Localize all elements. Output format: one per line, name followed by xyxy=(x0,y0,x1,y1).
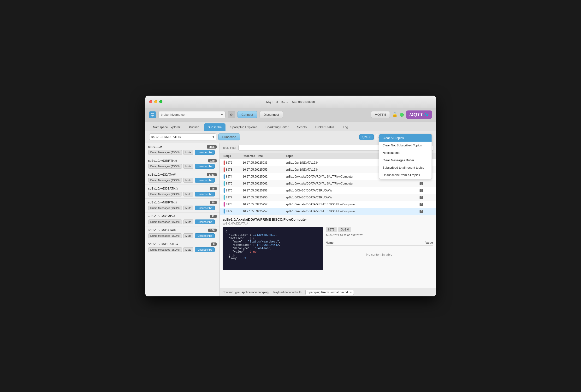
subscribe-settings-button[interactable]: ⚙ ▾ Clear All Topics Clear Not Subscribe… xyxy=(425,134,432,140)
dropdown-item-clear-messages[interactable]: Clear Messages Buffer xyxy=(379,157,432,164)
table-row[interactable]: 8978 16:27:05.59225257 spBv1.0/Axxela/DD… xyxy=(220,201,436,208)
close-button[interactable] xyxy=(149,100,152,103)
tab-scripts[interactable]: Scripts xyxy=(294,123,311,131)
no-content-message: No content in table xyxy=(326,253,433,256)
chevron-down-icon: ▾ xyxy=(221,113,223,116)
tab-log[interactable]: Log xyxy=(339,123,352,131)
topic-name-1: spBv1.0/+/DBIRTH/# xyxy=(148,159,177,163)
settings-button[interactable]: ⚙ xyxy=(228,111,235,118)
unsubscribe-button-6[interactable]: Unsubscribe xyxy=(195,233,215,238)
mute-button-3[interactable]: Mute xyxy=(183,192,193,196)
topic-input-wrapper: spBv1.0/+/NDEATH/# ▾ xyxy=(149,134,216,140)
header-seq: Seq # xyxy=(222,153,242,159)
cell-seq: 8973 xyxy=(222,166,242,173)
mqtt-version-badge: MQTT 5 xyxy=(371,111,390,118)
cell-topic: spBv1.0/Axxela/DDATA/PRIME BISCO/FlowCom… xyxy=(285,201,418,207)
cell-time: 16:27:05.59225055 xyxy=(242,167,285,173)
dropdown-menu: Clear All Topics Clear Not Subscribed To… xyxy=(379,134,432,179)
unsubscribe-button-7[interactable]: Unsubscribe xyxy=(195,247,215,252)
cell-topic: spBv1.0/Axxela/DDATA/ROYAL SALT/FlowComp… xyxy=(285,181,418,187)
tab-subscribe[interactable]: Subscribe xyxy=(204,123,226,131)
dump-button-0[interactable]: Dump Messages (JSON) xyxy=(148,150,182,155)
subscribe-button[interactable]: Subscribe xyxy=(218,134,240,140)
dump-button-3[interactable]: Dump Messages (JSON) xyxy=(148,192,182,196)
tab-publish[interactable]: Publish xyxy=(185,123,203,131)
dropdown-item-subscribed-recent[interactable]: Subscribed to all recent topics xyxy=(379,164,432,171)
nav-tabs: Namspace Explorer Publish Subscribe Spar… xyxy=(145,122,436,131)
cell-seq: 8974 xyxy=(222,173,242,180)
detail-subtopic: spBv1.0/+/DDATA/# xyxy=(222,222,433,225)
unsubscribe-button-3[interactable]: Unsubscribe xyxy=(195,192,215,196)
mute-button-6[interactable]: Mute xyxy=(183,233,193,238)
qos0-button[interactable]: QoS 0 xyxy=(359,134,374,140)
tab-namespace-explorer[interactable]: Namspace Explorer xyxy=(149,123,184,131)
mute-button-1[interactable]: Mute xyxy=(183,164,193,169)
table-row[interactable]: 8979 16:27:05.59225257 spBv1.0/Axxela/DD… xyxy=(220,208,436,215)
dump-button-1[interactable]: Dump Messages (JSON) xyxy=(148,164,182,169)
cell-seq: 8977 xyxy=(222,194,242,201)
table-row[interactable]: 8976 16:27:05.59225253 spBv1.0/ONGC/DDAT… xyxy=(220,187,436,194)
mqtt-logo: MQTT .fx xyxy=(406,110,432,119)
topic-name-6: spBv1.0/+/NDATA/# xyxy=(148,228,176,232)
unsubscribe-button-2[interactable]: Unsubscribe xyxy=(195,178,215,183)
cell-seq: 8972 xyxy=(222,159,242,166)
mute-button-7[interactable]: Mute xyxy=(183,247,193,252)
qos-badge: QoS 0 xyxy=(338,227,351,232)
mute-button-4[interactable]: Mute xyxy=(183,205,193,210)
qos-group: QoS 0 QoS 1 QoS 2 Autoscroll ⚙ ▾ Clear A… xyxy=(359,134,432,140)
cell-qos: 0 xyxy=(418,201,433,207)
payload-label: Payload decoded with xyxy=(273,291,301,294)
detail-meta: 8979 QoS 0 24-04-2024 16:27:05.59225257 … xyxy=(326,227,433,270)
cell-topic: spBv1.0/Axxela/DDATA/PRIME BISCO/FlowCom… xyxy=(285,208,418,214)
chevron-down-icon: ▾ xyxy=(350,291,352,294)
detail-panel: spBv1.0/Axxela/DDATA/PRIME BISCO/FlowCom… xyxy=(220,215,436,288)
broker-icon xyxy=(149,111,156,118)
cell-qos: 0 xyxy=(418,188,433,193)
table-row[interactable]: 8975 16:27:05.59225062 spBv1.0/Axxela/DD… xyxy=(220,180,436,187)
disconnect-button[interactable]: Disconnect xyxy=(260,111,283,118)
dump-button-7[interactable]: Dump Messages (JSON) xyxy=(148,247,182,252)
unsubscribe-button-0[interactable]: Unsubscribe xyxy=(195,150,215,155)
dump-button-6[interactable]: Dump Messages (JSON) xyxy=(148,233,182,238)
dropdown-item-unsubscribe-all[interactable]: Unsubscribe from all topics xyxy=(379,171,432,179)
tab-sparkplug-explorer[interactable]: Sparkplug Explorer xyxy=(226,123,261,131)
dropdown-item-clear-not-subscribed[interactable]: Clear Not Subscribed Topics xyxy=(379,142,432,149)
connect-button[interactable]: Connect xyxy=(238,111,257,118)
lock-icon: 🔓 xyxy=(392,112,398,117)
chevron-down-icon: ▾ xyxy=(212,135,214,139)
minimize-button[interactable] xyxy=(154,100,157,103)
json-viewer: { "timestamp" : 1713968824512, "metrics"… xyxy=(222,227,323,270)
bottom-bar: Content Type application/sparkplug Paylo… xyxy=(220,288,436,296)
sidebar: spBv1.0/# 2895 Dump Messages (JSON) Mute… xyxy=(145,143,220,296)
dump-button-5[interactable]: Dump Messages (JSON) xyxy=(148,219,182,224)
unsubscribe-button-5[interactable]: Unsubscribe xyxy=(195,219,215,224)
dump-button-2[interactable]: Dump Messages (JSON) xyxy=(148,178,182,183)
tab-broker-status[interactable]: Broker Status xyxy=(312,123,338,131)
dropdown-item-clear-all[interactable]: Clear All Topics xyxy=(379,134,432,142)
mute-button-5[interactable]: Mute xyxy=(183,219,193,224)
window-title: MQTT.fx – 5.7.0 – Standard Edition xyxy=(266,100,315,104)
unsubscribe-button-1[interactable]: Unsubscribe xyxy=(195,164,215,169)
topic-filter-label: Topic Filter xyxy=(222,146,236,150)
sidebar-topic-1: spBv1.0/+/DBIRTH/# 140 Dump Messages (JS… xyxy=(145,157,220,171)
sidebar-topic-5: spBv1.0/+/NCMD/# 22 Dump Messages (JSON)… xyxy=(145,212,220,226)
dropdown-item-notifications[interactable]: Notifications xyxy=(379,149,432,157)
unsubscribe-button-4[interactable]: Unsubscribe xyxy=(195,205,215,210)
sidebar-topic-0: spBv1.0/# 2895 Dump Messages (JSON) Mute… xyxy=(145,143,220,157)
table-row[interactable]: 8977 16:27:05.59225255 spBv1.0/ONGC/DDAT… xyxy=(220,194,436,201)
broker-dropdown[interactable]: broker.hivemq.com ▾ xyxy=(158,111,226,118)
content-type-value: application/sparkplug xyxy=(242,291,269,294)
topic-name-5: spBv1.0/+/NCMD/# xyxy=(148,214,175,218)
topic-name-3: spBv1.0/+/DDEATH/# xyxy=(148,187,178,190)
dump-button-4[interactable]: Dump Messages (JSON) xyxy=(148,205,182,210)
connection-status-dot xyxy=(400,113,404,117)
mute-button-0[interactable]: Mute xyxy=(183,150,193,155)
cell-topic: spBv1.0/ONGC/DDATA/C1R1/DWW xyxy=(285,195,418,200)
detail-meta-table: Name Value No content in table xyxy=(326,240,433,256)
payload-select[interactable]: Sparkplug Pretty Format Decod... ▾ xyxy=(305,290,354,295)
topic-count-4: 10 xyxy=(210,201,216,204)
tab-sparkplug-editor[interactable]: Sparkplug Editor xyxy=(262,123,292,131)
maximize-button[interactable] xyxy=(159,100,162,103)
topic-input-value: spBv1.0/+/NDEATH/# xyxy=(151,135,181,139)
mute-button-2[interactable]: Mute xyxy=(183,178,193,183)
